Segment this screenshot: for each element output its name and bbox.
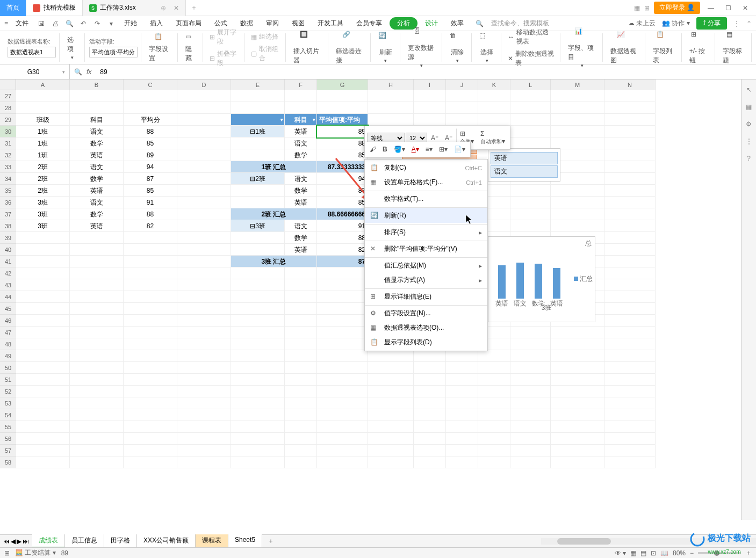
change-source-button[interactable]: 🗄更改数据源▾ bbox=[405, 26, 439, 69]
row-header[interactable]: 33 bbox=[0, 161, 16, 173]
file-menu[interactable]: 文件 bbox=[10, 17, 34, 30]
sheet-tab[interactable]: 员工信息 bbox=[65, 534, 104, 548]
pm-button[interactable]: ⊞+/- 按钮 bbox=[686, 30, 711, 66]
sheet-tab[interactable]: 成绩表 bbox=[32, 534, 65, 548]
row-header[interactable]: 35 bbox=[0, 185, 16, 197]
tab-start[interactable]: 开始 bbox=[119, 17, 142, 30]
cell[interactable]: 3班 bbox=[16, 197, 70, 208]
collab-button[interactable]: 👥 协作 ▾ bbox=[662, 19, 690, 28]
cell[interactable]: 数学 bbox=[70, 137, 124, 149]
cell[interactable]: 语文 bbox=[70, 197, 124, 208]
ctx-item[interactable]: 值显示方式(A)▸ bbox=[365, 273, 487, 287]
pivot-cell[interactable]: ▾ bbox=[231, 114, 285, 126]
cell[interactable]: 语文 bbox=[70, 161, 124, 173]
row-header[interactable]: 30 bbox=[0, 126, 16, 137]
col-header[interactable]: K bbox=[478, 79, 510, 90]
pivot-chart-button[interactable]: 📈数据透视图 bbox=[607, 30, 642, 66]
ctx-item[interactable]: 值汇总依据(M)▸ bbox=[365, 257, 487, 273]
cell[interactable]: 数学 bbox=[70, 173, 124, 185]
last-sheet-icon[interactable]: ⏭ bbox=[23, 538, 29, 545]
col-header[interactable]: H bbox=[368, 79, 414, 90]
cloud-button[interactable]: ☁ 未上云 bbox=[628, 19, 656, 28]
pivot-cell[interactable]: 88 bbox=[317, 137, 368, 149]
selected-cell[interactable]: 89 bbox=[317, 126, 368, 137]
tab-home[interactable]: 首页 bbox=[0, 0, 26, 16]
pivot-cell[interactable]: 82 bbox=[317, 244, 368, 256]
pivot-cell[interactable]: 英语 bbox=[285, 244, 317, 256]
cell[interactable]: 82 bbox=[124, 220, 177, 232]
row-header[interactable]: 56 bbox=[0, 433, 16, 445]
fx-icon[interactable]: fx bbox=[87, 68, 91, 76]
login-button[interactable]: 立即登录 👤 bbox=[654, 2, 700, 14]
pivot-cell[interactable]: 语文 bbox=[285, 220, 317, 232]
pivot-cell[interactable]: 87.33333333 bbox=[317, 161, 368, 173]
col-header[interactable]: C bbox=[124, 79, 177, 90]
format-painter-icon[interactable]: 🖌 bbox=[367, 144, 379, 155]
row-header[interactable]: 36 bbox=[0, 197, 16, 208]
row-header[interactable]: 50 bbox=[0, 362, 16, 374]
cell[interactable]: 2班 bbox=[16, 185, 70, 197]
filter-dropdown-icon[interactable]: ▾ bbox=[313, 114, 315, 126]
fill-color-icon[interactable]: 🪣▾ bbox=[391, 144, 408, 155]
sheet-tab[interactable]: 田字格 bbox=[104, 534, 137, 548]
ctx-item[interactable]: 排序(S)▸ bbox=[365, 224, 487, 240]
delete-pivot-button[interactable]: ✕删除数据透视表 bbox=[506, 48, 557, 69]
pivot-cell[interactable]: 平均值项:平均 bbox=[317, 114, 368, 126]
cell[interactable]: 1班 bbox=[16, 126, 70, 137]
cell[interactable]: 1班 bbox=[16, 149, 70, 161]
row-header[interactable]: 32 bbox=[0, 149, 16, 161]
cell[interactable]: 87 bbox=[124, 173, 177, 185]
tab-efficiency[interactable]: 效率 bbox=[445, 17, 469, 30]
row-header[interactable]: 29 bbox=[0, 114, 16, 126]
tab-insert[interactable]: 插入 bbox=[145, 17, 168, 30]
slicer-subject[interactable]: 英语 语文 bbox=[488, 148, 560, 182]
field-settings-button[interactable]: 📋字段设置 bbox=[146, 32, 174, 64]
row-header[interactable]: 28 bbox=[0, 102, 16, 114]
pivot-cell[interactable]: 英语 bbox=[285, 197, 317, 208]
apps-icon[interactable]: ⊞ bbox=[644, 4, 650, 12]
cell[interactable]: 英语 bbox=[70, 185, 124, 197]
print-icon[interactable]: 🖨 bbox=[50, 18, 61, 29]
font-color-icon[interactable]: A▾ bbox=[409, 144, 422, 155]
pivot-cell[interactable]: 2班 汇总 bbox=[231, 208, 317, 220]
col-header[interactable]: J bbox=[446, 79, 478, 90]
col-header[interactable]: D bbox=[177, 79, 231, 90]
add-tab-button[interactable]: ＋ bbox=[186, 3, 202, 12]
row-header[interactable]: 38 bbox=[0, 220, 16, 232]
first-sheet-icon[interactable]: ⏮ bbox=[3, 538, 10, 545]
row-header[interactable]: 27 bbox=[0, 90, 16, 102]
row-header[interactable]: 51 bbox=[0, 374, 16, 386]
zoom-icon[interactable]: 🔍 bbox=[74, 68, 82, 76]
cell[interactable]: 1班 bbox=[16, 137, 70, 149]
col-header[interactable]: A bbox=[16, 79, 70, 90]
options-button[interactable]: 选项▾ bbox=[64, 34, 81, 61]
slicer-button[interactable]: 🔲插入切片器 bbox=[290, 30, 325, 66]
row-header[interactable]: 37 bbox=[0, 208, 16, 220]
cell[interactable]: 语文 bbox=[70, 126, 124, 137]
col-header[interactable]: M bbox=[551, 79, 604, 90]
row-header[interactable]: 31 bbox=[0, 137, 16, 149]
cell[interactable]: 91 bbox=[124, 197, 177, 208]
select-tool-icon[interactable]: ↖ bbox=[746, 86, 752, 93]
row-header[interactable]: 47 bbox=[0, 327, 16, 338]
row-header[interactable]: 49 bbox=[0, 350, 16, 362]
fields-items-button[interactable]: 📊字段、项目▾ bbox=[565, 26, 599, 69]
col-header[interactable]: L bbox=[510, 79, 551, 90]
col-header[interactable]: N bbox=[604, 79, 656, 90]
field-headers-button[interactable]: ▤字段标题 bbox=[719, 30, 748, 66]
pivot-cell[interactable]: 英语 bbox=[285, 126, 317, 137]
ctx-item[interactable]: 数字格式(T)... bbox=[365, 191, 487, 206]
pane-icon[interactable]: ⊞ bbox=[4, 549, 10, 557]
pivot-cell[interactable]: 87 bbox=[317, 256, 368, 267]
filter-dropdown-icon[interactable]: ▾ bbox=[280, 114, 283, 126]
sheet-tab[interactable]: XXX公司销售额 bbox=[137, 534, 196, 548]
slicer-item[interactable]: 英语 bbox=[491, 152, 558, 164]
tab-workbook[interactable]: S 工作簿3.xlsx ⊕ ✕ bbox=[83, 0, 186, 16]
share-button[interactable]: ⤴ 分享 bbox=[696, 17, 727, 30]
pivot-cell[interactable]: 94 bbox=[317, 173, 368, 185]
align-icon[interactable]: ≡▾ bbox=[423, 144, 435, 155]
preview-icon[interactable]: 🔍 bbox=[64, 18, 75, 29]
cell[interactable]: 平均分 bbox=[124, 114, 177, 126]
move-pivot-button[interactable]: ↔移动数据透视表 bbox=[506, 27, 557, 47]
close-button[interactable]: ✕ bbox=[739, 4, 752, 12]
